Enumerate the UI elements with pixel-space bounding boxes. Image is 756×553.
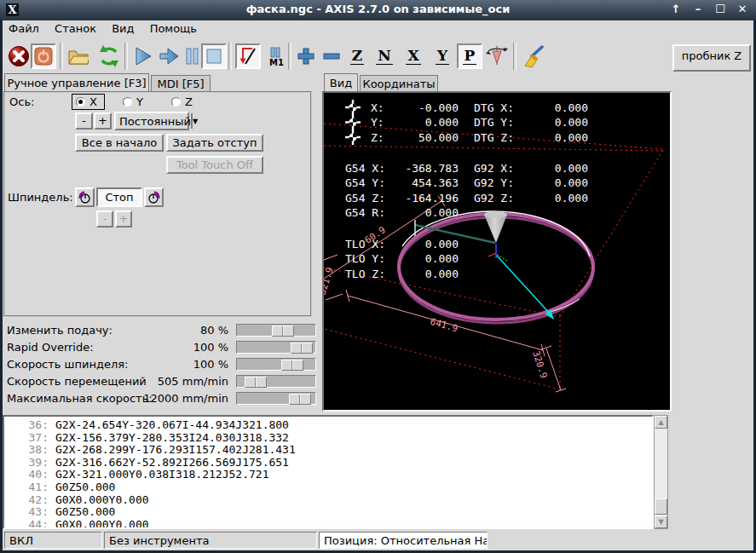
dro-value: 0.000 bbox=[505, 116, 588, 129]
gcode-line: 42:G0X0.000Y0.000 bbox=[4, 494, 652, 507]
dro-value: 0.000 bbox=[505, 131, 588, 144]
rotate-view-button[interactable] bbox=[484, 43, 510, 69]
radio-dot bbox=[76, 97, 85, 107]
probe-z-button[interactable]: пробник Z bbox=[672, 44, 751, 72]
dro-value: 0.000 bbox=[375, 116, 459, 129]
feed-override-slider[interactable] bbox=[236, 324, 316, 337]
tool-cone-icon bbox=[484, 211, 507, 243]
reload-icon bbox=[97, 44, 119, 68]
scroll-down-button[interactable]: ▼ bbox=[655, 516, 667, 528]
step-button[interactable] bbox=[155, 43, 181, 69]
spindle-override-value: 100 % bbox=[128, 358, 228, 371]
scroll-up-button[interactable]: ▲ bbox=[655, 416, 667, 429]
gcode-text[interactable]: G2X-316.662Y-52.892I266.569J175.651 bbox=[49, 456, 289, 469]
spindle-ccw-button[interactable] bbox=[75, 187, 95, 207]
view-p-button[interactable]: P bbox=[457, 43, 482, 69]
gcode-text[interactable]: G2X-321.000Y0.038I318.212J52.721 bbox=[49, 468, 268, 481]
gcode-line: 38:G2X-268.299Y-176.293I157.402J281.431 bbox=[4, 444, 652, 457]
gcode-scrollbar[interactable]: ▲ ▼ bbox=[654, 415, 668, 529]
gcode-text[interactable]: G0Z50.000 bbox=[49, 481, 115, 493]
jog-speed-slider[interactable] bbox=[236, 375, 316, 388]
estop-icon bbox=[7, 44, 29, 68]
line-number: 44: bbox=[4, 519, 49, 529]
block-delete-icon bbox=[237, 45, 259, 67]
spindle-cw-icon bbox=[147, 190, 161, 204]
dro-value: 0.000 bbox=[375, 206, 459, 219]
play-icon bbox=[131, 45, 153, 67]
gcode-text[interactable]: G0X0.000Y0.000 bbox=[49, 493, 149, 506]
clear-plot-button[interactable] bbox=[520, 43, 545, 69]
tab-dro[interactable]: Координаты bbox=[360, 75, 438, 91]
spindle-stop-button[interactable]: Стоп bbox=[96, 187, 142, 207]
slider-thumb[interactable] bbox=[272, 325, 294, 337]
gcode-text[interactable]: G2X-268.299Y-176.293I157.402J281.431 bbox=[49, 443, 296, 456]
zoom-in-button[interactable] bbox=[293, 43, 319, 69]
jog-plus-button[interactable]: + bbox=[94, 112, 112, 130]
spindle-cw-button[interactable] bbox=[144, 187, 164, 207]
slider-thumb[interactable] bbox=[245, 377, 267, 388]
open-folder-icon bbox=[66, 45, 89, 67]
menu-file[interactable]: Файл bbox=[3, 20, 45, 38]
tab-manual-control[interactable]: Ручное управление [F3] bbox=[4, 73, 149, 91]
open-file-button[interactable] bbox=[65, 43, 90, 69]
radio-label: Y bbox=[136, 95, 143, 108]
view-p-icon: P bbox=[463, 48, 477, 65]
rapid-override-slider[interactable] bbox=[236, 341, 316, 354]
max-velocity-value: 12000 mm/min bbox=[128, 392, 228, 405]
optional-stop-button[interactable]: M1 bbox=[263, 43, 288, 69]
gcode-listing[interactable]: 36:G2X-24.654Y-320.067I-44.934J321.800 3… bbox=[3, 415, 654, 529]
jog-minus-button[interactable]: - bbox=[75, 112, 93, 130]
slider-thumb[interactable] bbox=[289, 394, 311, 405]
gcode-text[interactable]: G0Z50.000 bbox=[49, 505, 115, 518]
plus-icon bbox=[296, 46, 316, 66]
jog-mode-combobox[interactable]: Постоянный ▼ bbox=[114, 112, 189, 130]
home-all-button[interactable]: Все в начало bbox=[75, 134, 164, 152]
dro-value: 0.000 bbox=[505, 176, 588, 189]
run-button[interactable] bbox=[130, 43, 155, 69]
chevron-down-icon[interactable]: ▼ bbox=[191, 113, 198, 129]
stop-button[interactable] bbox=[201, 43, 227, 69]
status-bar: ВКЛ Без инструмента Позиция: Относительн… bbox=[3, 531, 753, 550]
gcode-line: 36:G2X-24.654Y-320.067I-44.934J321.800 bbox=[4, 419, 652, 432]
machine-power-button[interactable] bbox=[31, 43, 56, 69]
gcode-line: 40:G2X-321.000Y0.038I318.212J52.721 bbox=[4, 469, 652, 481]
preview-canvas[interactable]: 641.9 320.9 321.9 60.9 bbox=[322, 91, 672, 412]
gcode-text[interactable]: G2X-156.379Y-280.353I24.030J318.332 bbox=[49, 431, 289, 444]
view-x-button[interactable]: X bbox=[401, 43, 426, 69]
slider-thumb[interactable] bbox=[281, 360, 303, 371]
close-button[interactable]: ✕ bbox=[736, 2, 749, 17]
shade-button[interactable]: ↑ bbox=[669, 2, 683, 17]
gcode-text[interactable]: G0X0.000Y0.000 bbox=[49, 518, 149, 529]
minimize-button[interactable]: – bbox=[691, 2, 705, 17]
title-bar[interactable]: X фаска.ngc - AXIS 2.7.0 on зависимые_ос… bbox=[0, 0, 756, 21]
touch-off-button[interactable]: Задать отступ bbox=[166, 134, 263, 152]
zoom-out-button[interactable] bbox=[319, 43, 344, 69]
menu-machine[interactable]: Станок bbox=[49, 20, 102, 38]
gcode-text[interactable]: G2X-24.654Y-320.067I-44.934J321.800 bbox=[49, 418, 289, 431]
view-z2-button[interactable]: N bbox=[372, 43, 397, 69]
menu-view[interactable]: Вид bbox=[106, 20, 140, 38]
tab-preview[interactable]: Вид bbox=[324, 73, 358, 91]
skip-lines-button[interactable] bbox=[235, 43, 261, 69]
dro-value: 0.000 bbox=[505, 101, 588, 114]
scroll-thumb[interactable] bbox=[655, 498, 667, 515]
view-y-button[interactable]: Y bbox=[430, 43, 455, 69]
radio-axis-z[interactable]: Z bbox=[171, 95, 193, 108]
axis-label: Ось: bbox=[9, 95, 34, 108]
view-z-button[interactable]: Z bbox=[344, 43, 370, 69]
status-tool: Без инструмента bbox=[104, 532, 317, 549]
maximize-button[interactable]: ☐ bbox=[713, 2, 727, 17]
max-velocity-slider[interactable] bbox=[236, 392, 316, 405]
estop-button[interactable] bbox=[5, 43, 31, 69]
reload-button[interactable] bbox=[95, 43, 121, 69]
radio-axis-y[interactable]: Y bbox=[123, 95, 143, 108]
slider-thumb[interactable] bbox=[291, 343, 313, 354]
radio-axis-x[interactable]: X bbox=[72, 94, 105, 110]
spindle-override-slider[interactable] bbox=[236, 358, 316, 371]
step-arrow-icon bbox=[157, 45, 179, 67]
menu-help[interactable]: Помощь bbox=[144, 20, 203, 38]
power-icon bbox=[33, 46, 54, 66]
line-number: 41: bbox=[4, 481, 49, 494]
m1-icon: M1 bbox=[264, 45, 286, 67]
tab-mdi[interactable]: MDI [F5] bbox=[151, 75, 211, 91]
